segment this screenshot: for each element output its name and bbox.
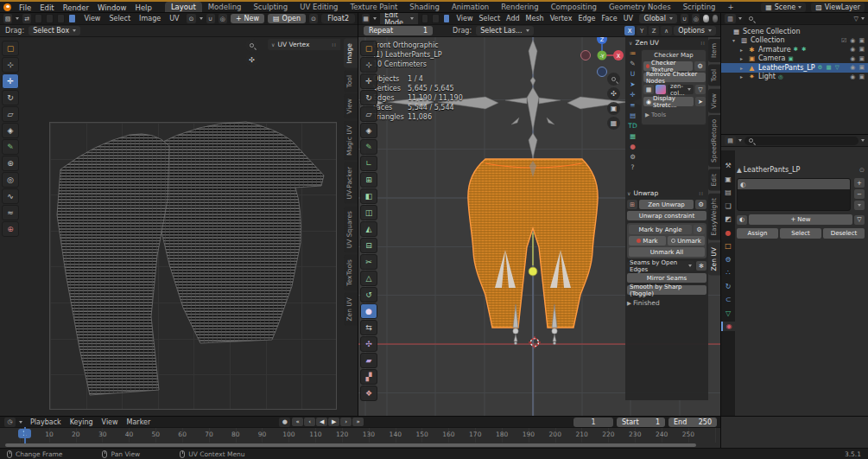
start-frame-field[interactable]: Start1: [617, 418, 665, 427]
material-slot-list[interactable]: ◐: [737, 178, 851, 211]
viewlayer-selector[interactable]: ▨ViewLayer: [811, 3, 865, 12]
finished-subpanel[interactable]: ▶ Finished: [627, 299, 706, 307]
loop-cut-tool-icon[interactable]: ⊟: [360, 238, 377, 253]
annotate-tool-icon[interactable]: ✎: [2, 139, 19, 155]
menu-item[interactable]: Face: [599, 15, 620, 22]
timeline-scrollbar[interactable]: [5, 443, 696, 447]
editor-type-timeline-icon[interactable]: ◷: [4, 418, 16, 427]
snap-magnet-icon[interactable]: ∪: [206, 14, 215, 23]
scene-selector[interactable]: ▦Scene: [761, 3, 806, 12]
properties-search-input[interactable]: [744, 137, 858, 145]
gear-icon[interactable]: ⚙: [695, 200, 706, 209]
smooth-by-sharp-button[interactable]: Smooth by Sharp (Toggle): [627, 285, 706, 295]
zen-unwrap-button[interactable]: Zen Unwrap: [639, 200, 694, 209]
transform-tool-icon[interactable]: ◈: [360, 123, 377, 138]
end-frame-field[interactable]: End250: [668, 418, 717, 427]
menu-item[interactable]: View: [98, 418, 123, 426]
play-reverse-button[interactable]: ◀: [316, 418, 327, 426]
annotate-tool-icon[interactable]: ✎: [360, 139, 377, 155]
menu-item[interactable]: Image: [135, 15, 165, 22]
menu-item[interactable]: Mesh: [523, 15, 547, 22]
outliner-row-leatherpants[interactable]: ▸ ▲ LeatherPants_LP ⚙ ▦ ▽ ◉ ▣: [721, 63, 868, 73]
add-cube-tool-icon[interactable]: ⊞: [360, 172, 377, 188]
next-keyframe-button[interactable]: ›: [340, 418, 352, 426]
menu-item[interactable]: Window: [93, 3, 131, 12]
unmark-button[interactable]: Unmark: [668, 236, 705, 245]
n-panel-tab[interactable]: EasyWeight: [708, 194, 721, 240]
expander-icon[interactable]: ▸: [740, 47, 745, 53]
rotate-tool-icon[interactable]: ↻: [2, 90, 19, 105]
editor-type-outliner-icon[interactable]: ▥: [725, 14, 736, 23]
smear-brush-icon[interactable]: ≈: [2, 205, 19, 220]
menu-item[interactable]: Vertex: [547, 15, 575, 22]
expander-icon[interactable]: ▸: [740, 73, 745, 80]
shading-solid-icon[interactable]: [703, 15, 708, 22]
remove-slot-button[interactable]: −: [854, 189, 865, 199]
unwrap-panel-header[interactable]: ∨ Unwrap ⁞⁞: [627, 188, 706, 199]
workspace-tab[interactable]: Modeling: [202, 2, 248, 13]
uv-pan-icon[interactable]: ✣: [245, 54, 258, 67]
remove-checker-nodes-button[interactable]: Remove Checker Nodes: [643, 73, 706, 82]
add-slot-button[interactable]: +: [854, 178, 865, 188]
expander-icon[interactable]: ▾: [732, 37, 738, 43]
relax-brush-icon[interactable]: ◎: [2, 172, 19, 188]
seams-options-icon[interactable]: ✻: [696, 261, 706, 271]
proportional-edit-icon[interactable]: ◎: [219, 14, 227, 23]
menu-item[interactable]: UV: [165, 15, 183, 22]
filter-icon[interactable]: ▽: [695, 85, 706, 94]
current-frame-field[interactable]: 1: [573, 418, 613, 427]
shear-tool-icon[interactable]: ▰: [360, 353, 377, 368]
workspace-tab[interactable]: Sculpting: [247, 2, 294, 13]
menu-item[interactable]: View: [453, 15, 476, 22]
snap-magnet-icon[interactable]: ∪: [681, 14, 688, 23]
sidebar-tab[interactable]: Magic UV: [344, 121, 358, 160]
auto-keying-icon[interactable]: ●: [279, 418, 290, 427]
eye-icon[interactable]: ◉: [850, 37, 855, 44]
scale-tool-icon[interactable]: ▱: [2, 106, 19, 122]
face-select-button[interactable]: [443, 14, 450, 23]
panel-dots-icon[interactable]: ⁞⁞: [332, 41, 337, 48]
workspace-tab[interactable]: Rendering: [495, 2, 544, 13]
tab-render[interactable]: ▣: [721, 175, 735, 184]
blender-logo-icon[interactable]: [3, 3, 11, 11]
cursor-tool-icon[interactable]: ⊹: [2, 57, 19, 73]
checker-grid-icon[interactable]: ▦: [643, 85, 654, 94]
editor-type-properties-icon[interactable]: ▤: [725, 136, 736, 145]
tab-physics[interactable]: ↻: [721, 282, 735, 291]
gear-icon[interactable]: ⚙: [694, 225, 705, 234]
pin-icon[interactable]: ⊙: [309, 14, 318, 23]
menu-item[interactable]: Playback: [26, 418, 66, 426]
sidebar-tab[interactable]: Image: [344, 39, 358, 68]
zen-move-icon[interactable]: ✛: [630, 91, 635, 99]
uv-sync-select-icon[interactable]: ⇄: [22, 14, 31, 23]
pivot-icon[interactable]: ⊙: [187, 14, 195, 23]
menu-item[interactable]: Marker: [123, 418, 155, 426]
tab-modifiers[interactable]: ⚙: [721, 255, 735, 265]
viewport-camera-icon[interactable]: ▣: [607, 102, 620, 115]
checker-color-icon[interactable]: [656, 85, 666, 94]
outliner-row-armature[interactable]: ▸ ✱ Armature ✱ ✱ ◉ ▣: [721, 45, 868, 54]
expander-icon[interactable]: ▸: [740, 55, 745, 61]
tab-object[interactable]: □: [721, 241, 735, 251]
rotate-tool-icon[interactable]: ↻: [360, 90, 377, 105]
menu-item[interactable]: Add: [504, 15, 523, 22]
checker-texture-dropdown[interactable]: zen-col...: [668, 85, 694, 94]
browse-material-icon[interactable]: ◐: [737, 215, 747, 225]
workspace-tab[interactable]: Scripting: [677, 2, 722, 13]
inset-faces-tool-icon[interactable]: ◫: [360, 205, 377, 220]
workspace-tab[interactable]: Geometry Nodes: [603, 2, 677, 13]
sidebar-tab[interactable]: TexTools: [344, 255, 358, 290]
sidebar-tab[interactable]: Zen UV: [344, 293, 358, 326]
zoom-brush-icon[interactable]: ⊕: [2, 221, 19, 237]
gear-icon[interactable]: ⚙: [694, 61, 706, 71]
image-new-button[interactable]: +New: [231, 14, 264, 23]
unwrap-constraint-button[interactable]: Unwrap constraint: [627, 211, 706, 220]
menu-item[interactable]: Edge: [575, 15, 599, 22]
scale-tool-icon[interactable]: ▱: [360, 106, 377, 122]
zen-select-icon[interactable]: ➤: [630, 80, 635, 88]
menu-item[interactable]: Select: [105, 15, 135, 22]
jump-start-button[interactable]: «: [292, 418, 303, 426]
n-panel-tab[interactable]: Zen UV: [708, 243, 721, 276]
stretch-flag-icon[interactable]: ➤: [695, 97, 706, 106]
rip-edge-tool-icon[interactable]: ❖: [360, 386, 377, 401]
